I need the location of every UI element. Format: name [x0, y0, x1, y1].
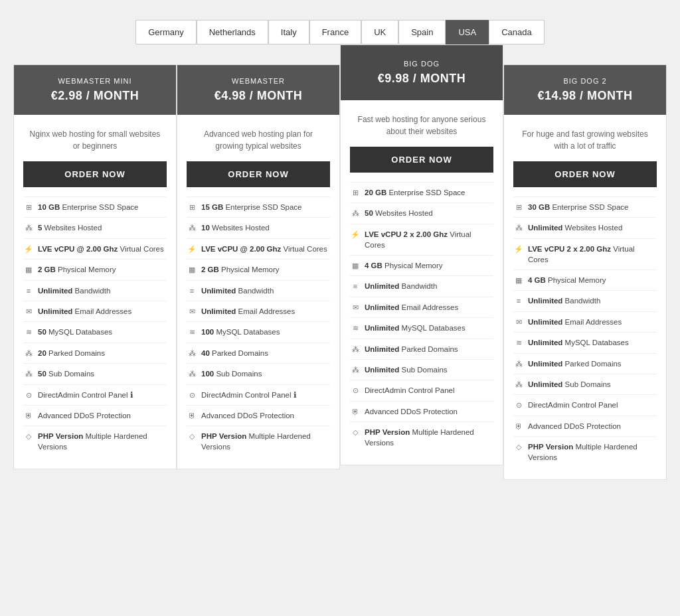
feature-item: ≋Unlimited MySQL Databases	[513, 332, 657, 352]
feature-item: ▦2 GB Physical Memory	[187, 259, 330, 279]
feature-text: Advanced DDoS Protection	[528, 421, 621, 431]
feature-icon: ⛨	[350, 407, 361, 417]
feature-item: ⁂Unlimited Sub Domains	[350, 359, 493, 380]
order-button-big-dog-2[interactable]: ORDER NOW	[513, 161, 657, 187]
plan-body-webmaster: Advanced web hosting plan for growing ty…	[177, 115, 339, 469]
feature-icon: ✉	[23, 307, 34, 317]
tab-germany[interactable]: Germany	[135, 20, 196, 44]
feature-item: ⁂Unlimited Parked Domains	[350, 339, 493, 359]
feature-text: Advanced DDoS Protection	[38, 410, 131, 421]
feature-icon: ⁂	[513, 359, 524, 369]
feature-item: ≡Unlimited Bandwidth	[23, 280, 167, 301]
feature-icon: ≋	[513, 338, 524, 348]
feature-icon: ⚡	[350, 230, 361, 240]
order-button-webmaster-mini[interactable]: ORDER NOW	[23, 161, 167, 187]
plan-header-webmaster: WEBMASTER€4.98 / MONTH	[177, 65, 339, 115]
tab-netherlands[interactable]: Netherlands	[197, 20, 268, 44]
feature-item: ⁂5 Websites Hosted	[23, 217, 167, 238]
tab-italy[interactable]: Italy	[268, 20, 309, 44]
feature-item: ✉Unlimited Email Addresses	[350, 297, 493, 317]
feature-item: ≋100 MySQL Databases	[187, 321, 330, 342]
feature-item: ◇PHP Version Multiple Hardened Versions	[513, 436, 657, 467]
feature-icon: ⁂	[23, 348, 34, 358]
feature-text: 30 GB Enterprise SSD Space	[528, 202, 629, 212]
feature-item: ⁂Unlimited Websites Hosted	[513, 217, 657, 238]
feature-icon: ≋	[23, 327, 34, 337]
feature-icon: ▦	[350, 261, 361, 271]
feature-item: ⛨Advanced DDoS Protection	[187, 405, 330, 425]
feature-icon: ≡	[513, 296, 524, 306]
feature-item: ⊙DirectAdmin Control Panel ℹ	[187, 384, 330, 405]
feature-icon: ◇	[513, 442, 524, 452]
feature-item: ⁂10 Websites Hosted	[187, 217, 330, 238]
feature-item: ⊙DirectAdmin Control Panel ℹ	[23, 384, 167, 405]
feature-icon: ▦	[23, 265, 34, 275]
feature-icon: ⊙	[350, 386, 361, 396]
feature-icon: ◇	[350, 427, 361, 437]
feature-text: 20 Parked Domains	[38, 348, 105, 358]
feature-text: DirectAdmin Control Panel ℹ	[38, 390, 133, 400]
tab-usa[interactable]: USA	[446, 20, 489, 44]
tab-spain[interactable]: Spain	[398, 20, 446, 44]
feature-icon: ⁂	[187, 348, 197, 358]
feature-text: Unlimited Bandwidth	[38, 285, 110, 296]
feature-icon: ⊞	[187, 202, 197, 212]
feature-item: ⊞30 GB Enterprise SSD Space	[513, 196, 657, 217]
feature-icon: ⊞	[350, 188, 361, 198]
order-button-big-dog[interactable]: ORDER NOW	[350, 147, 493, 173]
feature-item: ⚡LVE vCPU 2 x 2.00 Ghz Virtual Cores	[513, 238, 657, 270]
plan-price-webmaster-mini: €2.98 / MONTH	[22, 89, 168, 103]
feature-item: ◇PHP Version Multiple Hardened Versions	[23, 425, 167, 457]
feature-text: 5 Websites Hosted	[38, 222, 102, 233]
feature-text: PHP Version Multiple Hardened Versions	[365, 427, 493, 448]
feature-text: 15 GB Enterprise SSD Space	[201, 202, 302, 212]
plan-name-webmaster: WEBMASTER	[185, 77, 331, 85]
feature-icon: ⛨	[513, 422, 524, 431]
plan-header-big-dog-2: BIG DOG 2€14.98 / MONTH	[504, 65, 666, 115]
feature-item: ✉Unlimited Email Addresses	[513, 311, 657, 332]
feature-icon: ⁂	[513, 380, 524, 390]
feature-text: Unlimited Parked Domains	[365, 344, 458, 354]
feature-item: ≡Unlimited Bandwidth	[350, 275, 493, 296]
feature-text: 10 Websites Hosted	[201, 222, 270, 233]
feature-text: Unlimited Sub Domains	[365, 364, 448, 375]
feature-text: Advanced DDoS Protection	[365, 406, 458, 417]
feature-item: ▦4 GB Physical Memory	[513, 270, 657, 290]
plan-desc-big-dog: Fast web hosting for anyone serious abou…	[350, 112, 493, 147]
feature-icon: ◇	[187, 431, 197, 441]
feature-item: ⊞20 GB Enterprise SSD Space	[350, 182, 493, 202]
tab-france[interactable]: France	[309, 20, 361, 44]
feature-icon: ⁂	[187, 369, 197, 379]
feature-item: ⁂50 Sub Domains	[23, 363, 167, 384]
feature-item: ⛨Advanced DDoS Protection	[350, 401, 493, 422]
feature-item: ≋50 MySQL Databases	[23, 321, 167, 342]
feature-icon: ✉	[513, 317, 524, 327]
feature-text: DirectAdmin Control Panel ℹ	[201, 390, 297, 400]
feature-text: Unlimited MySQL Databases	[528, 337, 629, 348]
feature-text: Unlimited Sub Domains	[528, 379, 611, 390]
feature-icon: ✉	[350, 303, 361, 313]
feature-text: PHP Version Multiple Hardened Versions	[201, 431, 330, 452]
feature-list-webmaster-mini: ⊞10 GB Enterprise SSD Space⁂5 Websites H…	[23, 196, 167, 457]
feature-icon: ⚡	[513, 244, 524, 254]
tab-uk[interactable]: UK	[361, 20, 398, 44]
feature-icon: ≋	[350, 323, 361, 333]
feature-text: 50 Websites Hosted	[365, 208, 433, 218]
order-button-webmaster[interactable]: ORDER NOW	[187, 161, 330, 187]
feature-icon: ⚡	[23, 244, 34, 254]
plan-header-webmaster-mini: WEBMASTER MINI€2.98 / MONTH	[14, 65, 176, 115]
plan-price-big-dog: €9.98 / MONTH	[349, 72, 495, 86]
feature-item: ✉Unlimited Email Addresses	[187, 301, 330, 321]
feature-text: Unlimited Bandwidth	[201, 285, 274, 296]
feature-text: PHP Version Multiple Hardened Versions	[38, 431, 167, 452]
feature-item: ⊞15 GB Enterprise SSD Space	[187, 196, 330, 217]
feature-icon: ◇	[23, 431, 34, 441]
tab-canada[interactable]: Canada	[489, 20, 545, 44]
feature-text: Advanced DDoS Protection	[201, 410, 294, 421]
feature-item: ⚡LVE vCPU @ 2.00 Ghz Virtual Cores	[187, 238, 330, 259]
feature-item: ⁂Unlimited Sub Domains	[513, 374, 657, 394]
feature-text: 100 MySQL Databases	[201, 327, 280, 337]
feature-item: ⊙DirectAdmin Control Panel	[350, 380, 493, 400]
feature-icon: ⚡	[187, 244, 197, 254]
feature-text: Unlimited Bandwidth	[365, 281, 437, 291]
